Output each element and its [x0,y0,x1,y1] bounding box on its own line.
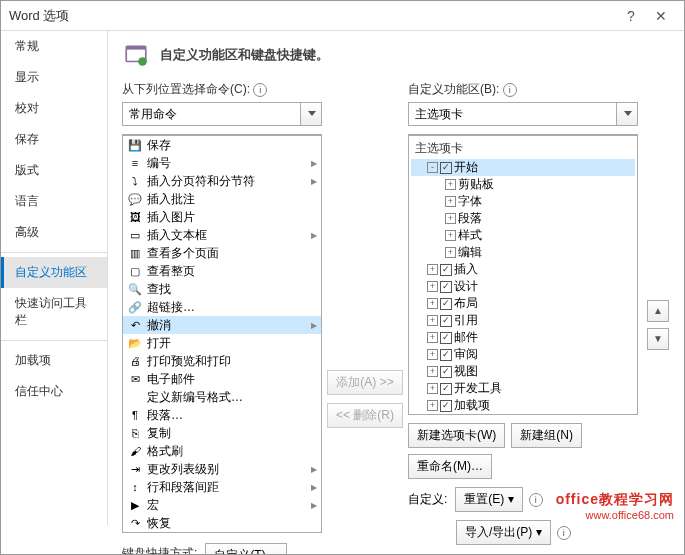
expand-toggle-icon[interactable]: + [427,400,438,411]
checkbox[interactable] [440,315,452,327]
info-icon[interactable]: i [529,493,543,507]
expand-toggle-icon[interactable]: + [427,332,438,343]
expand-toggle-icon[interactable]: + [427,366,438,377]
sidebar-item-layout[interactable]: 版式 [1,155,107,186]
customize-ribbon-select[interactable]: 主选项卡 [408,102,638,126]
close-button[interactable]: ✕ [646,8,676,24]
tree-node[interactable]: +字体 [411,193,635,210]
move-up-button[interactable]: ▲ [647,300,669,322]
tree-node[interactable]: +引用 [411,312,635,329]
list-item[interactable]: ↷恢复 [123,514,321,532]
tree-node[interactable]: +插入 [411,261,635,278]
list-item[interactable]: 定义新编号格式… [123,388,321,406]
checkbox[interactable] [440,332,452,344]
list-item[interactable]: ⤵插入分页符和分节符▶ [123,172,321,190]
tree-node[interactable]: +邮件 [411,329,635,346]
list-item[interactable]: ¶段落… [123,406,321,424]
tree-node[interactable]: +审阅 [411,346,635,363]
list-item[interactable]: ↶撤消▶ [123,316,321,334]
list-item[interactable]: ▢查看整页 [123,262,321,280]
list-item[interactable]: ✉电子邮件 [123,370,321,388]
remove-button[interactable]: << 删除(R) [327,403,403,428]
checkbox[interactable] [440,162,452,174]
tree-node[interactable]: +布局 [411,295,635,312]
expand-toggle-icon[interactable]: + [427,281,438,292]
sidebar-item-display[interactable]: 显示 [1,62,107,93]
sidebar-item-language[interactable]: 语言 [1,186,107,217]
sidebar-item-customize-ribbon[interactable]: 自定义功能区 [1,257,107,288]
list-item[interactable]: ⎘复制 [123,424,321,442]
keyboard-customize-button[interactable]: 自定义(T)… [205,543,286,555]
tree-node[interactable]: -开始 [411,159,635,176]
list-item[interactable]: 🔗超链接… [123,298,321,316]
expand-toggle-icon[interactable]: + [427,383,438,394]
help-button[interactable]: ? [616,8,646,24]
list-item[interactable]: 📂打开 [123,334,321,352]
expand-toggle-icon[interactable]: - [427,162,438,173]
move-down-button[interactable]: ▼ [647,328,669,350]
tree-node[interactable]: +样式 [411,227,635,244]
new-tab-button[interactable]: 新建选项卡(W) [408,423,505,448]
list-item[interactable]: ⇥更改列表级别▶ [123,460,321,478]
expand-toggle-icon[interactable]: + [427,264,438,275]
commands-listbox[interactable]: 💾保存≡编号▶⤵插入分页符和分节符▶💬插入批注🖼插入图片▭插入文本框▶▥查看多个… [122,135,322,533]
sidebar-item-proofing[interactable]: 校对 [1,93,107,124]
list-item[interactable]: ↕行和段落间距▶ [123,478,321,496]
sidebar: 常规 显示 校对 保存 版式 语言 高级 自定义功能区 快速访问工具栏 加载项 … [1,31,108,525]
sidebar-item-advanced[interactable]: 高级 [1,217,107,248]
reset-button[interactable]: 重置(E) ▾ [455,487,522,512]
command-label: 查找 [147,281,317,298]
tree-node-label: 书法 [454,414,478,415]
tree-node[interactable]: +剪贴板 [411,176,635,193]
add-button[interactable]: 添加(A) >> [327,370,402,395]
expand-toggle-icon[interactable]: + [445,213,456,224]
expand-toggle-icon[interactable]: + [445,196,456,207]
tree-node[interactable]: +视图 [411,363,635,380]
new-group-button[interactable]: 新建组(N) [511,423,582,448]
list-item[interactable]: 🖨打印预览和打印 [123,352,321,370]
sidebar-item-qat[interactable]: 快速访问工具栏 [1,288,107,336]
list-item[interactable]: ≡编号▶ [123,154,321,172]
sidebar-item-save[interactable]: 保存 [1,124,107,155]
sidebar-item-general[interactable]: 常规 [1,31,107,62]
expand-toggle-icon[interactable]: + [427,349,438,360]
checkbox[interactable] [440,281,452,293]
tree-node[interactable]: +书法 [411,414,635,415]
list-item[interactable]: 🖌格式刷 [123,442,321,460]
submenu-arrow-icon: ▶ [311,177,317,186]
expand-toggle-icon[interactable]: + [445,230,456,241]
list-item[interactable]: 🖼插入图片 [123,208,321,226]
sidebar-item-addins[interactable]: 加载项 [1,345,107,376]
import-export-button[interactable]: 导入/导出(P) ▾ [456,520,551,545]
expand-toggle-icon[interactable]: + [427,315,438,326]
list-item[interactable]: 💬插入批注 [123,190,321,208]
find-icon: 🔍 [127,281,143,297]
list-item[interactable]: ▥查看多个页面 [123,244,321,262]
tree-node[interactable]: +加载项 [411,397,635,414]
tree-node[interactable]: +开发工具 [411,380,635,397]
expand-toggle-icon[interactable]: + [427,298,438,309]
list-item[interactable]: 🔍查找 [123,280,321,298]
tree-node[interactable]: +段落 [411,210,635,227]
list-item[interactable]: ▶宏▶ [123,496,321,514]
checkbox[interactable] [440,264,452,276]
tree-node[interactable]: +编辑 [411,244,635,261]
checkbox[interactable] [440,366,452,378]
info-icon[interactable]: i [253,83,267,97]
list-item[interactable]: 💾保存 [123,136,321,154]
tree-node[interactable]: +设计 [411,278,635,295]
ribbon-tree[interactable]: 主选项卡-开始+剪贴板+字体+段落+样式+编辑+插入+设计+布局+引用+邮件+审… [408,135,638,415]
expand-toggle-icon[interactable]: + [445,179,456,190]
checkbox[interactable] [440,383,452,395]
checkbox[interactable] [440,298,452,310]
rename-button[interactable]: 重命名(M)… [408,454,492,479]
choose-commands-select[interactable]: 常用命令 [122,102,322,126]
checkbox[interactable] [440,400,452,412]
expand-toggle-icon[interactable]: + [445,247,456,258]
info-icon[interactable]: i [503,83,517,97]
sidebar-item-trust[interactable]: 信任中心 [1,376,107,407]
info-icon[interactable]: i [557,526,571,540]
checkbox[interactable] [440,349,452,361]
list-item[interactable]: ▭插入文本框▶ [123,226,321,244]
command-label: 宏 [147,497,307,514]
